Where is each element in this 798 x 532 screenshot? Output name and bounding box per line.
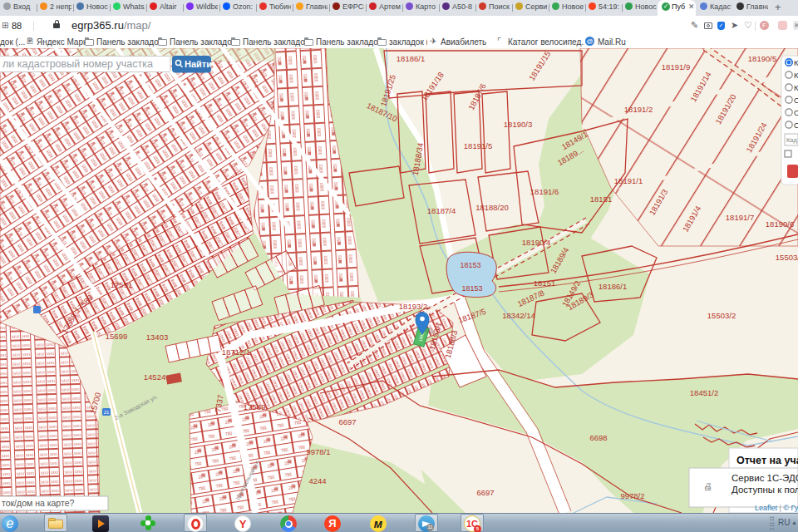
svg-text:18153: 18153: [460, 261, 480, 269]
svg-text:Сервис 1С-ЭДО: Сервис 1С-ЭДО: [732, 473, 798, 483]
svg-text:Кад: Кад: [786, 136, 798, 144]
svg-text:Найти: Найти: [185, 59, 212, 69]
svg-text:ток/дом на карте?: ток/дом на карте?: [2, 498, 75, 508]
svg-text:9978/2: 9978/2: [620, 491, 644, 500]
svg-text:15503/2: 15503/2: [776, 253, 798, 262]
svg-text:18190/5: 18190/5: [748, 54, 776, 63]
svg-text:9978/1: 9978/1: [306, 447, 330, 456]
svg-text:18712/1: 18712/1: [222, 347, 250, 357]
svg-text:18342/14: 18342/14: [502, 311, 535, 320]
svg-text:18193/2: 18193/2: [399, 302, 427, 311]
svg-text:О: О: [794, 96, 798, 105]
svg-text:18190/6: 18190/6: [766, 219, 794, 229]
svg-text:ли кадастровый номер участка: ли кадастровый номер участка: [2, 58, 153, 70]
svg-text:18190/3: 18190/3: [504, 120, 532, 129]
svg-text:18191/9: 18191/9: [662, 62, 690, 71]
svg-text:4244: 4244: [308, 476, 326, 485]
svg-text:О: О: [794, 121, 798, 130]
svg-text:18191/5: 18191/5: [464, 141, 492, 150]
svg-text:18153: 18153: [461, 284, 482, 293]
svg-text:18151: 18151: [534, 278, 555, 288]
svg-text:18451/2: 18451/2: [690, 388, 718, 397]
svg-text:17589: 17589: [244, 402, 265, 411]
svg-text:Доступны к получению: Доступны к получению: [732, 485, 798, 495]
svg-text:17591: 17591: [111, 280, 132, 289]
svg-text:🖨: 🖨: [703, 481, 712, 491]
svg-text:18191/6: 18191/6: [530, 187, 559, 196]
svg-text:15699: 15699: [106, 332, 127, 341]
svg-text:18187/4: 18187/4: [427, 206, 456, 215]
svg-text:6697: 6697: [338, 417, 356, 426]
svg-text:18191/2: 18191/2: [624, 105, 653, 114]
svg-text:6697: 6697: [476, 488, 494, 497]
svg-text:21: 21: [104, 410, 110, 415]
svg-text:18186/1: 18186/1: [397, 54, 425, 63]
svg-text:К: К: [794, 71, 798, 80]
svg-text:14524: 14524: [144, 372, 165, 382]
svg-text:6698: 6698: [589, 433, 607, 442]
svg-text:Leaflet | © Гус: Leaflet | © Гус: [755, 504, 798, 512]
svg-text:18188/20: 18188/20: [475, 203, 509, 212]
svg-text:18191/7: 18191/7: [726, 213, 754, 222]
svg-text:Отчет на участок (: Отчет на участок (: [736, 455, 798, 466]
svg-text:К: К: [794, 58, 798, 67]
svg-text:13403: 13403: [146, 332, 168, 342]
svg-text:18190/4: 18190/4: [522, 238, 550, 247]
svg-text:15503/2: 15503/2: [707, 311, 736, 320]
svg-text:К: К: [794, 83, 798, 92]
svg-text:18186/1: 18186/1: [598, 282, 627, 291]
svg-text:18151: 18151: [590, 195, 612, 204]
svg-text:18191/1: 18191/1: [614, 176, 643, 185]
svg-text:О: О: [794, 108, 798, 117]
